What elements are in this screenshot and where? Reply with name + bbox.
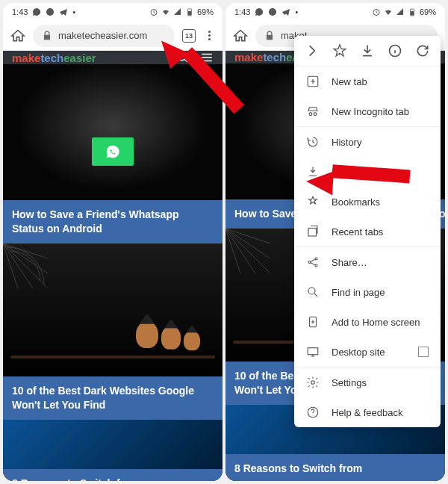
menu-share[interactable]: Share… <box>294 246 441 277</box>
article-image <box>3 420 223 469</box>
battery-level: 69% <box>197 7 214 16</box>
status-dot: • <box>295 8 298 16</box>
status-bar: 1:43 • 69% <box>225 3 445 21</box>
menu-find[interactable]: Find in page <box>294 277 441 307</box>
lock-icon <box>42 31 52 41</box>
menu-history[interactable]: History <box>294 126 441 157</box>
svg-rect-19 <box>308 348 318 355</box>
forward-icon[interactable] <box>305 43 320 58</box>
svg-point-12 <box>314 113 317 116</box>
svg-rect-3 <box>188 11 191 16</box>
star-icon[interactable] <box>332 43 347 58</box>
gear-icon <box>306 376 320 389</box>
download-icon[interactable] <box>360 43 375 58</box>
desktop-icon <box>306 345 320 359</box>
hamburger-icon[interactable] <box>200 51 214 64</box>
article-image <box>3 243 223 376</box>
battery-level: 69% <box>420 7 436 16</box>
menu-top-row <box>294 36 441 66</box>
menu-desktop-site[interactable]: Desktop site <box>294 337 441 367</box>
battery-icon <box>185 7 194 16</box>
wifi-icon <box>384 7 393 16</box>
svg-point-14 <box>308 261 311 264</box>
article-title: 8 Reasons to Switch from <box>3 469 223 481</box>
menu-bookmarks[interactable]: Bookmarks <box>294 187 441 217</box>
wifi-icon <box>161 7 170 16</box>
status-time: 1:43 <box>12 7 28 16</box>
url-text: maketecheasier.com <box>58 30 147 41</box>
status-time: 1:43 <box>234 7 250 16</box>
whatsapp-icon <box>255 7 264 16</box>
lock-icon <box>264 31 275 41</box>
home-icon[interactable] <box>233 28 248 43</box>
bookmarks-icon <box>306 195 320 208</box>
svg-point-20 <box>311 381 315 385</box>
svg-point-0 <box>46 8 54 16</box>
menu-settings[interactable]: Settings <box>294 367 441 397</box>
incognito-icon <box>306 105 320 118</box>
svg-rect-13 <box>308 229 317 237</box>
battery-icon <box>408 7 417 16</box>
phone-left: 1:43 • 69% maketecheasier.com 13 <box>3 3 223 481</box>
url-field[interactable]: maketecheasier.com <box>33 25 175 47</box>
article-title: 8 Reasons to Switch from <box>225 454 445 481</box>
article-title: How to Save a Friend's Whatsapp Status o… <box>3 200 223 243</box>
phone-right: 1:43 • 69% maket <box>225 3 445 481</box>
help-icon <box>306 406 320 419</box>
chrome-menu-panel: New tab New Incognito tab History Downlo… <box>294 36 441 427</box>
menu-new-tab[interactable]: New tab <box>294 66 441 96</box>
add-home-icon <box>306 315 320 329</box>
webpage-content: maketecheasier How to Save a Friend's Wh… <box>3 51 223 481</box>
article-3[interactable]: 8 Reasons to Switch from <box>3 420 223 481</box>
home-icon[interactable] <box>10 28 25 43</box>
menu-recent-tabs[interactable]: Recent tabs <box>294 217 441 246</box>
telegram-icon <box>281 7 290 16</box>
share-icon <box>306 255 320 269</box>
plus-box-icon <box>306 75 320 88</box>
signal-icon <box>396 7 405 16</box>
whatsapp-logo-icon <box>105 144 120 159</box>
desktop-checkbox[interactable] <box>418 347 429 357</box>
svg-rect-8 <box>411 11 414 16</box>
menu-downloads[interactable]: Downloads <box>294 157 441 187</box>
svg-point-15 <box>315 258 317 260</box>
svg-point-16 <box>315 264 317 267</box>
status-bar: 1:43 • 69% <box>3 3 223 21</box>
status-dot: • <box>72 8 75 16</box>
svg-point-5 <box>269 8 276 16</box>
telegram-icon <box>59 7 68 16</box>
downloads-icon <box>306 165 320 179</box>
tab-switcher[interactable]: 13 <box>182 29 196 43</box>
refresh-icon[interactable] <box>415 43 430 58</box>
alarm-icon <box>149 7 158 16</box>
search-icon[interactable] <box>176 51 190 64</box>
find-icon <box>306 285 320 299</box>
signal-icon <box>173 7 182 16</box>
recent-tabs-icon <box>306 225 320 238</box>
messenger-icon <box>46 7 55 16</box>
address-bar: maketecheasier.com 13 <box>3 21 223 51</box>
more-menu-button[interactable] <box>203 31 215 40</box>
menu-help[interactable]: Help & feedback <box>294 397 441 427</box>
svg-point-11 <box>309 113 312 116</box>
messenger-icon <box>268 7 277 16</box>
site-logo[interactable]: maketecheasier <box>12 52 96 64</box>
menu-incognito[interactable]: New Incognito tab <box>294 96 441 126</box>
whatsapp-icon <box>32 7 41 16</box>
svg-point-4 <box>178 52 186 60</box>
menu-add-home[interactable]: Add to Home screen <box>294 307 441 337</box>
article-1[interactable]: How to Save a Friend's Whatsapp Status o… <box>3 64 223 243</box>
history-icon <box>306 135 320 149</box>
alarm-icon <box>372 7 381 16</box>
article-2[interactable]: 10 of the Best Dark Websites Google Won'… <box>3 243 223 420</box>
site-header: maketecheasier <box>3 51 223 64</box>
info-icon[interactable] <box>388 43 402 58</box>
article-image <box>3 64 223 200</box>
article-title: 10 of the Best Dark Websites Google Won'… <box>3 376 223 420</box>
svg-point-17 <box>308 288 315 294</box>
